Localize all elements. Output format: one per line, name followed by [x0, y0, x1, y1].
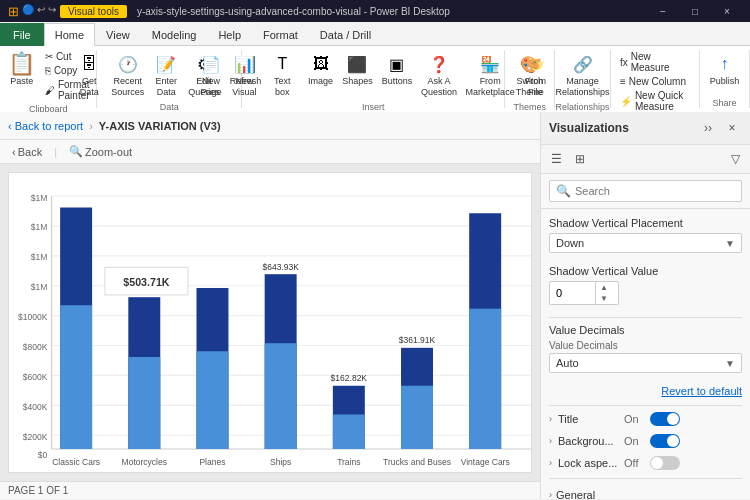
tab-home[interactable]: Home — [44, 23, 95, 46]
general-chevron-icon: › — [549, 490, 552, 499]
zoom-icon: 🔍 — [69, 145, 83, 158]
panel-filter-icon[interactable]: ▽ — [724, 148, 746, 170]
background-collapse-icon[interactable]: › — [549, 436, 552, 446]
chevron-down-icon-2: ▼ — [725, 358, 735, 369]
svg-text:$1M: $1M — [31, 192, 48, 202]
bar-vintage-light — [469, 309, 501, 449]
panel-close-button[interactable]: × — [722, 118, 742, 138]
new-quick-measure-button[interactable]: ⚡ New Quick Measure — [617, 89, 693, 113]
ask-question-label: Ask AQuestion — [421, 76, 457, 98]
svg-text:$600K: $600K — [23, 372, 48, 382]
bar-ships-light — [265, 343, 297, 449]
lock-aspect-toggle[interactable] — [650, 456, 680, 470]
minimize-button[interactable]: − — [648, 0, 678, 22]
shadow-vertical-placement-select[interactable]: Down ▼ — [549, 233, 742, 253]
tab-data-drill[interactable]: Data / Drill — [309, 23, 382, 46]
buttons-button[interactable]: ▣ Buttons — [378, 50, 415, 89]
svg-text:Trucks and Buses: Trucks and Buses — [383, 457, 451, 467]
title-collapse-icon[interactable]: › — [549, 414, 552, 424]
value-decimals-value: Auto — [556, 357, 579, 369]
title-bar-app-icons: ⊞ 🔵 ↩ ↪ — [8, 4, 56, 19]
panel-list-icon[interactable]: ⊞ — [569, 148, 591, 170]
value-decimals-select[interactable]: Auto ▼ — [549, 353, 742, 373]
image-button[interactable]: 🖼 Image — [305, 50, 337, 89]
switch-theme-button[interactable]: 🎨 SwitchTheme — [512, 50, 548, 100]
search-input[interactable] — [575, 185, 735, 197]
revert-to-default-button[interactable]: Revert to default — [549, 385, 742, 397]
zoom-out-button[interactable]: 🔍 Zoom-out — [65, 144, 136, 159]
panel-fields-icon[interactable]: ☰ — [545, 148, 567, 170]
title-section-label: Title — [558, 413, 618, 425]
switch-theme-icon: 🎨 — [518, 52, 542, 76]
text-box-label: Text box — [266, 76, 298, 98]
title-toggle-group: › Title On — [549, 412, 742, 426]
enter-data-button[interactable]: 📝 EnterData — [150, 50, 182, 100]
image-label: Image — [308, 76, 333, 87]
shapes-button[interactable]: ⬛ Shapes — [339, 50, 376, 89]
title-toggle[interactable] — [650, 412, 680, 426]
panel-header: Visualizations ›› × — [541, 112, 750, 145]
new-quick-measure-icon: ⚡ — [620, 96, 632, 107]
publish-button[interactable]: ↑ Publish — [706, 50, 744, 89]
text-box-button[interactable]: T Text box — [262, 50, 302, 100]
title-toggle-thumb — [667, 413, 679, 425]
shadow-vertical-placement-group: Shadow Vertical Placement Down ▼ — [549, 217, 742, 253]
background-toggle[interactable] — [650, 434, 680, 448]
lock-aspect-toggle-thumb — [651, 457, 663, 469]
toolbar-separator: | — [54, 146, 57, 158]
ask-question-icon: ❓ — [427, 52, 451, 76]
tab-file[interactable]: File — [0, 23, 44, 46]
chart-svg: $1M $1M $1M $1M $1000K $800K $600K $400K… — [9, 173, 531, 472]
svg-text:$1M: $1M — [31, 282, 48, 292]
svg-text:$400K: $400K — [23, 402, 48, 412]
shapes-label: Shapes — [342, 76, 373, 87]
ask-question-button[interactable]: ❓ Ask AQuestion — [418, 50, 461, 100]
general-section-header[interactable]: › General — [549, 485, 742, 499]
new-visual-button[interactable]: 📊 NewVisual — [229, 50, 261, 100]
decrement-button[interactable]: ▼ — [596, 293, 612, 304]
divider-1 — [549, 317, 742, 318]
ribbon-group-calculations: fx New Measure ≡ New Column ⚡ New Quick … — [611, 50, 700, 108]
svg-text:Motorcycles: Motorcycles — [122, 457, 168, 467]
window-controls[interactable]: − □ × — [648, 0, 742, 22]
paste-button[interactable]: 📋 Paste — [4, 50, 40, 89]
themes-items: 🎨 SwitchTheme — [512, 50, 548, 100]
svg-text:$643.93K: $643.93K — [262, 261, 299, 271]
tab-help[interactable]: Help — [207, 23, 252, 46]
new-measure-button[interactable]: fx New Measure — [617, 50, 693, 74]
tab-view[interactable]: View — [95, 23, 141, 46]
manage-relationships-button[interactable]: 🔗 ManageRelationships — [552, 50, 614, 100]
insert-label: Insert — [362, 102, 385, 112]
image-icon: 🖼 — [309, 52, 333, 76]
general-section-label: General — [556, 489, 595, 499]
calculations-items: fx New Measure ≡ New Column ⚡ New Quick … — [617, 50, 693, 113]
back-button[interactable]: ‹ Back — [8, 145, 46, 159]
back-to-report-label: Back to report — [15, 120, 83, 132]
shadow-vertical-value-group: Shadow Vertical Value ▲ ▼ — [549, 265, 742, 305]
ribbon-group-relationships: 🔗 ManageRelationships Relationships — [555, 50, 611, 108]
shadow-vertical-number-input[interactable] — [550, 284, 595, 302]
manage-relationships-label: ManageRelationships — [556, 76, 610, 98]
panel-expand-button[interactable]: ›› — [698, 118, 718, 138]
svg-text:$800K: $800K — [23, 342, 48, 352]
breadcrumb-bar: ‹ Back to report › Y-AXIS VARIATION (V3) — [0, 112, 540, 140]
close-button[interactable]: × — [712, 0, 742, 22]
tab-modeling[interactable]: Modeling — [141, 23, 208, 46]
panel-toolbar: ☰ ⊞ ▽ — [541, 145, 750, 174]
back-to-report-button[interactable]: ‹ Back to report — [8, 120, 83, 132]
tab-format[interactable]: Format — [252, 23, 309, 46]
visual-tools-badge: Visual tools — [60, 5, 127, 18]
search-box[interactable]: 🔍 — [549, 180, 742, 202]
lock-aspect-collapse-icon[interactable]: › — [549, 458, 552, 468]
new-column-button[interactable]: ≡ New Column — [617, 75, 693, 88]
svg-text:$361.91K: $361.91K — [399, 335, 436, 345]
svg-text:$1M: $1M — [31, 252, 48, 262]
shadow-vertical-value-input[interactable]: ▲ ▼ — [549, 281, 619, 305]
increment-button[interactable]: ▲ — [596, 282, 612, 293]
maximize-button[interactable]: □ — [680, 0, 710, 22]
relationships-items: 🔗 ManageRelationships — [552, 50, 614, 100]
recent-sources-button[interactable]: 🕐 RecentSources — [107, 50, 148, 100]
new-page-button[interactable]: 📄 NewPage — [195, 50, 226, 100]
get-data-button[interactable]: 🗄 GetData — [73, 50, 105, 100]
svg-text:Trains: Trains — [337, 457, 361, 467]
